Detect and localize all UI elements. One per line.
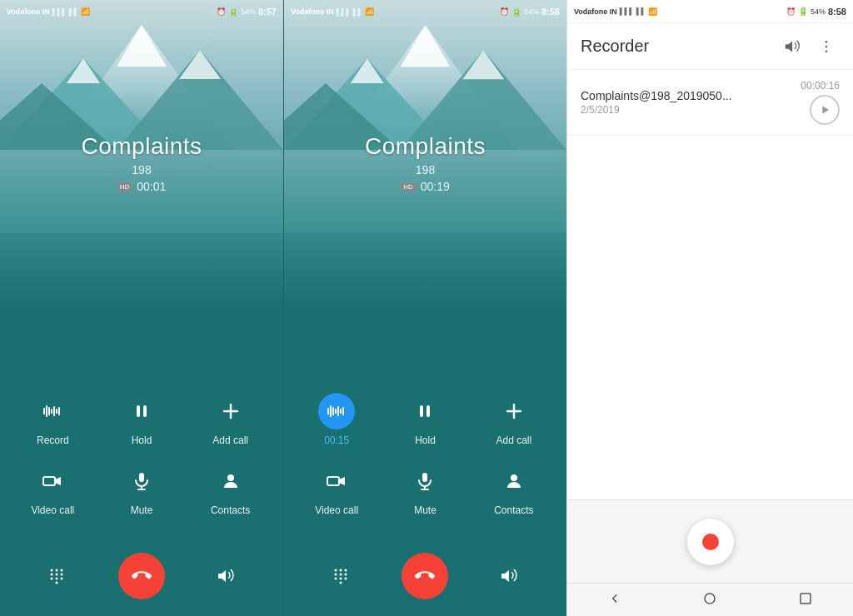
svg-rect-49 <box>340 409 342 414</box>
contacts-button-2[interactable]: Contacts <box>481 463 547 516</box>
svg-point-66 <box>344 574 347 576</box>
svg-rect-10 <box>48 407 50 415</box>
mute-button-1[interactable]: Mute <box>108 463 175 516</box>
svg-point-27 <box>61 569 63 572</box>
contacts-icon-2 <box>496 463 532 499</box>
svg-point-25 <box>51 569 53 572</box>
svg-rect-48 <box>337 406 339 416</box>
svg-rect-12 <box>53 406 55 416</box>
caller-name-2: Complaints <box>284 133 566 160</box>
video-call-label-2: Video call <box>315 504 358 516</box>
start-record-button[interactable] <box>687 519 734 565</box>
contacts-label-2: Contacts <box>494 504 533 516</box>
add-call-button-1[interactable]: Add call <box>197 393 264 446</box>
svg-marker-20 <box>55 477 61 485</box>
hold-icon-2 <box>407 393 443 430</box>
svg-rect-11 <box>51 409 52 414</box>
svg-rect-45 <box>330 405 332 417</box>
svg-rect-13 <box>56 409 57 414</box>
status-bar-2: Vodafone IN ▌▌▌ ▌▌ 📶 ⏰ 🔋 54% 8:58 <box>284 0 566 23</box>
call-duration-1: 00:01 <box>137 180 166 193</box>
svg-rect-55 <box>327 477 339 485</box>
add-call-button-2[interactable]: Add call <box>481 393 547 446</box>
svg-point-30 <box>61 574 63 576</box>
svg-rect-78 <box>801 594 811 604</box>
record-button-2[interactable]: 00:15 <box>303 393 370 446</box>
add-call-icon-2 <box>496 393 532 430</box>
bottom-actions-1 <box>0 553 283 599</box>
status-left-2: Vodafone IN ▌▌▌ ▌▌ 📶 <box>291 7 374 16</box>
svg-rect-15 <box>137 405 140 417</box>
svg-point-65 <box>339 574 342 576</box>
recording-date-0: 2/5/2019 <box>581 104 801 116</box>
controls-row1-2: 00:15 Hold <box>292 393 558 446</box>
end-call-button-2[interactable] <box>402 553 448 599</box>
recording-timer-label: 00:15 <box>324 435 349 446</box>
svg-point-68 <box>339 578 342 580</box>
controls-row2-2: Video call Mute <box>292 463 558 516</box>
recorder-nav-bar <box>567 583 853 616</box>
recorder-panel: Vodafone IN ▌▌▌ ▌▌ 📶 ⏰ 🔋 54% 8:58 Record… <box>566 0 853 616</box>
recorder-header-icons <box>780 33 840 60</box>
svg-rect-8 <box>43 408 45 415</box>
svg-rect-14 <box>58 407 60 415</box>
svg-point-77 <box>705 594 715 604</box>
mountain-background-2 <box>284 0 566 233</box>
hold-button-2[interactable]: Hold <box>392 393 458 446</box>
carrier2-label: Vodafone IN <box>291 7 334 16</box>
svg-marker-71 <box>501 570 509 582</box>
hold-button-1[interactable]: Hold <box>108 393 175 446</box>
hold-label-1: Hold <box>132 435 152 446</box>
contacts-label-1: Contacts <box>211 504 250 516</box>
end-call-button-1[interactable] <box>118 553 165 599</box>
caller-name-1: Complaints <box>0 133 283 160</box>
dialpad-button-2[interactable] <box>322 558 359 594</box>
svg-point-75 <box>826 50 828 52</box>
record-dot-icon <box>702 534 719 550</box>
svg-point-29 <box>56 574 58 576</box>
status-left-1: Vodafone IN ▌▌▌ ▌▌ 📶 <box>7 7 90 16</box>
recorder-title: Recorder <box>581 37 649 56</box>
video-call-label-1: Video call <box>31 504 74 516</box>
add-call-label-2: Add call <box>496 435 531 446</box>
speaker-button-2[interactable] <box>491 558 528 594</box>
svg-point-61 <box>334 569 337 572</box>
video-call-button-2[interactable]: Video call <box>303 463 370 516</box>
svg-point-31 <box>51 578 53 580</box>
battery-icon-1: 🔋 <box>228 7 238 17</box>
add-call-label-1: Add call <box>212 435 248 446</box>
svg-rect-50 <box>342 407 344 415</box>
controls-row1-1: Record Hold <box>8 393 275 446</box>
play-button-0[interactable] <box>810 95 840 125</box>
svg-point-60 <box>511 474 517 481</box>
dialpad-button-1[interactable] <box>38 558 75 594</box>
contacts-button-1[interactable]: Contacts <box>197 463 264 516</box>
video-call-icon-2 <box>318 463 355 499</box>
video-call-icon-1 <box>34 463 71 499</box>
svg-point-67 <box>334 578 337 580</box>
recents-nav-icon[interactable] <box>798 591 813 609</box>
caller-number-2: 198 <box>284 163 566 176</box>
recording-item-0[interactable]: Complaints@198_2019050... 2/5/2019 00:00… <box>567 70 853 136</box>
svg-rect-52 <box>426 405 430 417</box>
rec-battery-icon: 🔋 <box>798 7 808 16</box>
phone-screen-1: Vodafone IN ▌▌▌ ▌▌ 📶 ⏰ 🔋 54% 8:57 Compla… <box>0 0 283 616</box>
volume-icon[interactable] <box>780 33 806 60</box>
record-icon-2 <box>318 393 355 430</box>
call-info-1: Complaints 198 HD 00:01 <box>0 133 283 193</box>
home-nav-icon[interactable] <box>702 591 717 609</box>
svg-marker-56 <box>339 477 345 485</box>
back-nav-icon[interactable] <box>607 591 622 609</box>
add-call-icon-1 <box>212 393 249 430</box>
svg-rect-19 <box>43 477 55 485</box>
more-options-icon[interactable] <box>813 33 840 60</box>
mute-button-2[interactable]: Mute <box>392 463 458 516</box>
video-call-button-1[interactable]: Video call <box>19 463 86 516</box>
mute-label-2: Mute <box>414 504 436 516</box>
svg-point-33 <box>61 578 63 580</box>
record-button-1[interactable]: Record <box>19 393 86 446</box>
mute-icon-2 <box>407 463 443 499</box>
recorder-time: 8:58 <box>828 7 846 17</box>
status-bar-1: Vodafone IN ▌▌▌ ▌▌ 📶 ⏰ 🔋 54% 8:57 <box>0 0 283 23</box>
speaker-button-1[interactable] <box>208 558 245 594</box>
